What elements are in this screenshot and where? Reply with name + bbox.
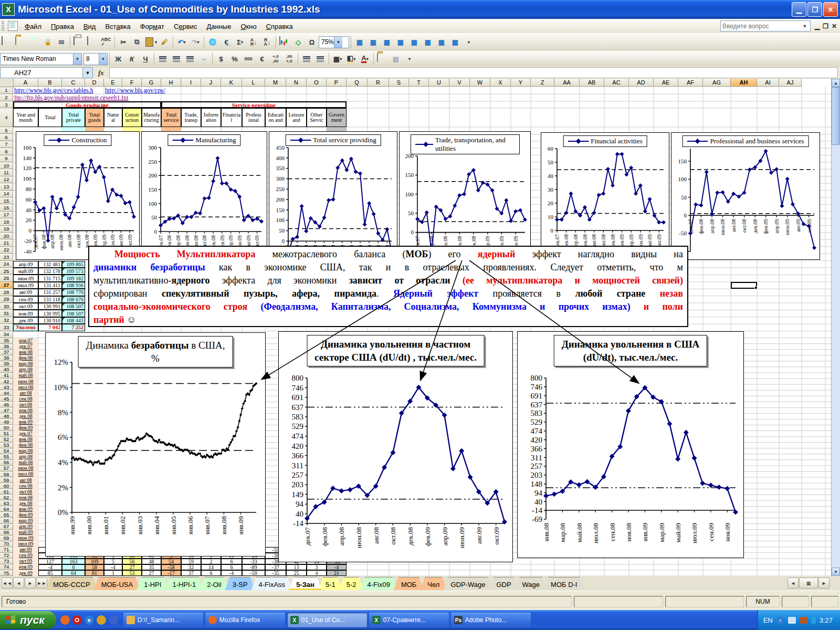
- cell-A62[interactable]: ноя.08: [13, 495, 38, 500]
- align-center-button[interactable]: [170, 52, 183, 65]
- sheet-tab-МОБ[interactable]: МОБ: [394, 577, 424, 590]
- row-header-50[interactable]: 50: [0, 425, 13, 431]
- cell-C33[interactable]: 7 252: [62, 324, 85, 331]
- sheet-tab-Чел[interactable]: Чел: [420, 577, 447, 590]
- column-header-Y[interactable]: Y: [511, 79, 531, 87]
- name-box-dropdown[interactable]: ▼: [83, 67, 93, 78]
- row-header-72[interactable]: 72: [0, 553, 13, 559]
- cell-A50[interactable]: фев.09: [13, 425, 38, 431]
- column-header-H[interactable]: H: [161, 79, 181, 87]
- cell-F4[interactable]: Construction: [122, 108, 142, 127]
- sort-ascending-button[interactable]: АЯ↓: [247, 36, 260, 48]
- row-header-29[interactable]: 29: [0, 296, 13, 303]
- formula-input[interactable]: [109, 67, 838, 78]
- column-header-B[interactable]: B: [38, 79, 62, 87]
- menu-Вид[interactable]: Вид: [79, 21, 101, 32]
- menu-Справка[interactable]: Справка: [261, 21, 298, 32]
- chart-financial[interactable]: 0102030405060дек.07фев.08апр.08июн.08авг…: [541, 132, 669, 260]
- column-header-M[interactable]: M: [265, 79, 286, 87]
- cell-D73[interactable]: 109: [85, 559, 104, 564]
- cell-A57[interactable]: июн.08: [13, 466, 38, 471]
- row-header-2[interactable]: 2: [0, 94, 13, 101]
- chart-unemployment[interactable]: 0%2%4%6%8%10%12%янв.99янв.00янв.01янв.02…: [45, 332, 266, 556]
- scroll-down-button[interactable]: ▼: [832, 568, 840, 576]
- cell-B75[interactable]: 85: [38, 570, 62, 576]
- row-header-20[interactable]: 20: [0, 233, 13, 239]
- cell-E75[interactable]: 1: [104, 570, 122, 576]
- cell-C24[interactable]: 109 865: [62, 261, 85, 268]
- column-header-Z[interactable]: Z: [531, 79, 554, 87]
- row-header-65[interactable]: 65: [0, 512, 13, 518]
- cell-A63[interactable]: дек.08: [13, 500, 38, 506]
- sheet-tab-1-HPI[interactable]: 1-HPI: [136, 577, 169, 590]
- menu-Вставка[interactable]: Вставка: [100, 21, 135, 32]
- cell-F75[interactable]: 53: [122, 570, 142, 576]
- row-header-61[interactable]: 61: [0, 489, 13, 495]
- cell-B26[interactable]: 131 715: [38, 275, 62, 281]
- row-header-16[interactable]: 16: [0, 204, 13, 211]
- cell-H4[interactable]: Totalservice: [161, 108, 181, 127]
- column-header-J[interactable]: J: [201, 79, 221, 87]
- cell-H75[interactable]: -17: [161, 570, 181, 576]
- cell-A48[interactable]: дек.08: [13, 413, 38, 419]
- row-header-33[interactable]: 33: [0, 324, 13, 331]
- chart-us-layoffs[interactable]: 8007466916375835294744203663112572031489…: [517, 331, 744, 558]
- hscroll-right-button[interactable]: ►: [818, 578, 830, 589]
- row-header-71[interactable]: 71: [0, 547, 13, 553]
- cell-C74[interactable]: 0: [62, 564, 85, 570]
- cell-K73[interactable]: 6: [221, 559, 242, 564]
- chart-manufacturing[interactable]: 050100150200250300дек.07фев.08апр.08июн.…: [141, 131, 267, 260]
- cell-P75[interactable]: 21: [327, 570, 346, 576]
- cell-A54[interactable]: мар.08: [13, 448, 38, 454]
- row-header-48[interactable]: 48: [0, 413, 13, 419]
- cell-L73[interactable]: -33: [242, 559, 265, 564]
- row-header-42[interactable]: 42: [0, 379, 13, 384]
- cell-G75[interactable]: 27: [142, 570, 161, 576]
- cell-C73[interactable]: 163: [62, 559, 85, 564]
- row-header-9[interactable]: 9: [0, 155, 13, 162]
- cell-I4[interactable]: Trade,transp: [181, 108, 201, 127]
- euro-button[interactable]: €: [256, 52, 268, 65]
- row-header-39[interactable]: 39: [0, 361, 13, 367]
- cell-K74[interactable]: 6: [221, 564, 242, 570]
- column-header-Q[interactable]: Q: [346, 79, 368, 87]
- row-header-45[interactable]: 45: [0, 396, 13, 402]
- cell-E73[interactable]: 5: [104, 559, 122, 564]
- row-header-38[interactable]: 38: [0, 355, 13, 361]
- ungroup-button[interactable]: ▦: [422, 36, 434, 48]
- spelling-button[interactable]: ABC✓: [100, 36, 112, 48]
- selected-cell[interactable]: [731, 282, 757, 289]
- select-all-corner[interactable]: [0, 79, 14, 87]
- sort-descending-button[interactable]: ЯА↓: [261, 36, 274, 48]
- row-header-37[interactable]: 37: [0, 350, 13, 355]
- column-header-K[interactable]: K: [221, 79, 242, 87]
- column-header-AH[interactable]: AH: [731, 79, 757, 87]
- row-header-12[interactable]: 12: [0, 176, 13, 183]
- row-header-17[interactable]: 17: [0, 212, 13, 218]
- row-header-67[interactable]: 67: [0, 524, 13, 530]
- euro-convert-button[interactable]: €̲: [220, 36, 233, 48]
- next-sheet-button[interactable]: ►: [25, 578, 36, 589]
- row-header-18[interactable]: 18: [0, 218, 13, 225]
- row-header-32[interactable]: 32: [0, 317, 13, 324]
- row-header-47[interactable]: 47: [0, 407, 13, 413]
- row-header-31[interactable]: 31: [0, 310, 13, 317]
- task-excel[interactable]: X07-Сравните...: [369, 613, 449, 627]
- cell-A44[interactable]: авг.08: [13, 390, 38, 396]
- row-header-19[interactable]: 19: [0, 226, 13, 233]
- cell-C27[interactable]: 108 936: [62, 282, 85, 289]
- row-header-22[interactable]: 22: [0, 247, 13, 254]
- cell-N4[interactable]: Leisureand: [286, 108, 307, 127]
- row-header-68[interactable]: 68: [0, 530, 13, 536]
- row-header-46[interactable]: 46: [0, 402, 13, 407]
- cell-K75[interactable]: -4: [221, 570, 242, 576]
- cell-B30[interactable]: 130 991: [38, 303, 62, 310]
- row-header-23[interactable]: 23: [0, 254, 13, 260]
- cell-A64[interactable]: янв.09: [13, 506, 38, 512]
- cell-G4[interactable]: Manufacturing: [142, 108, 161, 127]
- column-header-P[interactable]: P: [327, 79, 346, 87]
- column-header-W[interactable]: W: [470, 79, 490, 87]
- row-header-21[interactable]: 21: [0, 239, 13, 246]
- cell-A40[interactable]: апр.08: [13, 367, 38, 373]
- print-preview-button[interactable]: [86, 36, 99, 48]
